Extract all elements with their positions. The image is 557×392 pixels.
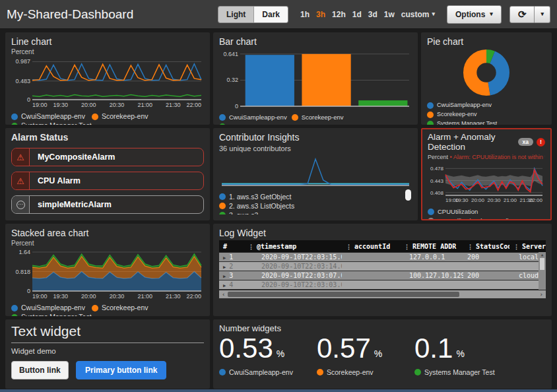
pie-chart[interactable] <box>427 48 546 97</box>
alarm-row[interactable]: ⚠ MyCompositeAlarm <box>11 148 204 166</box>
svg-text:19:30: 19:30 <box>53 102 68 108</box>
legend-item[interactable]: 1. aws.s3 GetObject <box>219 192 412 201</box>
legend-item[interactable]: Scorekeep-env <box>92 112 148 121</box>
column-menu-icon[interactable]: ⋮ <box>467 244 473 250</box>
time-range-12h[interactable]: 12h <box>332 10 346 19</box>
column-menu-icon[interactable]: ⋮ <box>346 244 352 250</box>
svg-text:0: 0 <box>27 288 30 294</box>
svg-text:19:30: 19:30 <box>455 197 469 203</box>
log-row[interactable]: ▶1 2020-09-10T22:03:15.000Z 127.0.0.1200… <box>219 253 546 261</box>
metric-unit: % <box>374 348 382 359</box>
line-chart[interactable]: 0.9870.483019:0019:3020:0020:3021:0021:3… <box>11 55 204 108</box>
svg-text:0.32: 0.32 <box>226 77 238 83</box>
legend-item[interactable]: Scorekeep-env <box>317 368 374 376</box>
legend-item[interactable]: Systems Manager Test <box>427 119 497 125</box>
log-row[interactable]: ▶4 2020-09-10T22:03:03.000Z <box>219 280 546 289</box>
page-title: My-Shared-Dashboard <box>7 7 210 22</box>
alarm-row[interactable]: ⚠ CPU Alarm <box>11 172 204 190</box>
legend-item[interactable]: Scorekeep-env <box>92 304 148 312</box>
text-widget: Text widget Widget demo Button link Prim… <box>5 319 210 389</box>
button-link[interactable]: Button link <box>11 361 69 379</box>
legend-item[interactable]: CwuiSampleapp-env <box>11 304 85 312</box>
widget-title: Alarm Status <box>11 132 204 143</box>
alarm-status-widget: Alarm Status ⚠ MyCompositeAlarm ⚠ CPU Al… <box>5 128 210 220</box>
svg-text:21:30: 21:30 <box>166 293 181 300</box>
light-theme-button[interactable]: Light <box>218 7 254 22</box>
dark-theme-button[interactable]: Dark <box>254 7 288 22</box>
time-range-3h[interactable]: 3h <box>316 10 325 19</box>
options-button[interactable]: Options ▾ <box>447 5 502 24</box>
legend-item[interactable]: 3. aws.s3 … <box>219 211 412 214</box>
legend-item[interactable]: Systems Manager Test <box>11 313 92 316</box>
legend-item[interactable]: CwuiSampleapp-env <box>219 368 293 376</box>
column-header[interactable]: # <box>219 243 244 250</box>
log-row[interactable]: ▶2 2020-09-10T22:03:14.000Z <box>219 262 546 271</box>
metric-value: 0.1 <box>414 336 453 361</box>
alarm-row[interactable]: ⋯ simpleMetricAlarm <box>11 195 204 214</box>
refresh-options-button[interactable]: ▾ <box>535 6 550 23</box>
anomaly-badge[interactable]: xa <box>518 138 533 147</box>
text-widget-title: Text widget <box>11 323 204 343</box>
stacked-area-widget: Stacked area chart Percent 1.640.818019:… <box>5 224 210 316</box>
vertical-scrollbar[interactable]: ▲ <box>539 252 546 290</box>
column-header[interactable]: ⋮accountId <box>342 243 400 250</box>
metric-unit: % <box>456 348 464 359</box>
legend-dot <box>292 114 298 121</box>
column-menu-icon[interactable]: ⋮ <box>513 244 519 250</box>
dashboard-header: My-Shared-Dashboard Light Dark 1h 3h 12h… <box>0 0 557 29</box>
caret-down-icon: ▾ <box>541 11 544 17</box>
legend-item[interactable]: Scorekeep-env <box>427 110 477 119</box>
time-range-custom[interactable]: custom ▾ <box>401 10 435 19</box>
column-menu-icon[interactable]: ⋮ <box>248 244 254 250</box>
primary-button-link[interactable]: Primary button link <box>76 361 166 379</box>
column-menu-icon[interactable]: ⋮ <box>404 244 410 250</box>
time-range-1h[interactable]: 1h <box>300 10 310 19</box>
log-row[interactable]: ▶3 2020-09-10T22:03:07.000Z 100.127.10.1… <box>219 271 546 280</box>
scroll-up-icon[interactable]: ▲ <box>541 252 544 257</box>
expand-row-icon[interactable]: ▶ <box>223 274 226 279</box>
contributor-chart[interactable] <box>219 154 412 188</box>
legend-item[interactable]: CwuiSampleapp-env <box>427 101 492 110</box>
widget-title: Log Widget <box>219 228 546 238</box>
horizontal-scrollbar[interactable]: ‹ › <box>219 290 546 298</box>
chart-legend: CPUUtilization CPUUtilization (expected) <box>428 207 545 220</box>
scrollbar-thumb[interactable] <box>228 292 459 297</box>
refresh-button[interactable]: ⟳ <box>509 6 535 23</box>
column-header[interactable]: ⋮StatusCode <box>463 243 509 250</box>
legend-scrollbar[interactable] <box>405 189 411 201</box>
legend-item[interactable]: CwuiSampleapp-env <box>219 113 287 121</box>
scroll-left-icon[interactable]: ‹ <box>222 291 225 298</box>
legend-dot <box>92 305 98 311</box>
bar-chart[interactable]: 0.6410.320 <box>219 48 412 109</box>
legend-item[interactable]: Scorekeep-env <box>292 113 344 121</box>
svg-text:0.443: 0.443 <box>430 178 444 184</box>
legend-item[interactable]: Systems Manager Test <box>11 121 92 125</box>
expand-row-icon[interactable]: ▶ <box>223 283 226 288</box>
time-range-1d[interactable]: 1d <box>352 10 362 19</box>
column-header[interactable]: ⋮@timestamp <box>244 243 342 250</box>
legend-item[interactable]: 2. aws.s3 ListObjects <box>219 201 412 211</box>
expand-row-icon[interactable]: ▶ <box>223 255 226 261</box>
expand-row-icon[interactable]: ▶ <box>223 265 226 270</box>
column-header[interactable]: ⋮REMOTE_ADDR <box>400 243 463 250</box>
legend-item[interactable]: CPUUtilization <box>428 207 478 216</box>
time-range-3d[interactable]: 3d <box>368 10 377 19</box>
legend-item[interactable]: CwuiSampleapp-env <box>11 112 85 121</box>
svg-text:0.818: 0.818 <box>15 269 30 275</box>
column-header[interactable]: ⋮ServerName <box>509 243 546 250</box>
log-widget: Log Widget # ⋮@timestamp ⋮accountId ⋮REM… <box>213 224 552 316</box>
stacked-area-chart[interactable]: 1.640.818019:0019:3020:0020:3021:0021:30… <box>11 247 204 300</box>
legend-dot <box>11 314 18 317</box>
chart-legend: CwuiSampleapp-env Scorekeep-env Systems … <box>427 101 546 125</box>
legend-item[interactable]: Systems Manager Test <box>414 368 495 376</box>
svg-text:21:00: 21:00 <box>137 293 152 300</box>
scroll-right-icon[interactable]: › <box>540 291 543 298</box>
anomaly-chart[interactable]: 0.4780.4430.40819:0019:3020:0020:3021:00… <box>428 161 545 203</box>
scrollbar-thumb[interactable] <box>540 258 544 270</box>
time-range-1w[interactable]: 1w <box>384 10 395 19</box>
chart-legend: CwuiSampleapp-env Scorekeep-env Systems … <box>219 113 412 125</box>
legend-dot <box>219 203 226 209</box>
legend-item[interactable]: CPUUtilization (expected) <box>428 216 509 220</box>
legend-item[interactable]: Systems Manager Test <box>219 122 292 125</box>
legend-dot <box>317 369 323 376</box>
